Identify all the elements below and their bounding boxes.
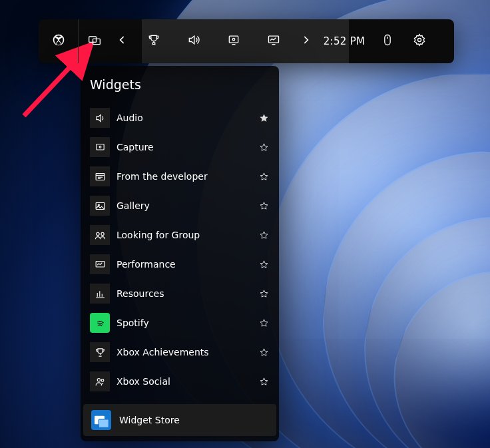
widget-item-lfg[interactable]: Looking for Group xyxy=(90,220,270,250)
svg-point-23 xyxy=(96,232,99,235)
favorite-star-button[interactable] xyxy=(258,170,270,182)
widget-store-icon xyxy=(91,410,111,430)
performance-icon xyxy=(267,33,280,49)
widget-item-label: Xbox Social xyxy=(117,376,251,387)
widget-item-label: Xbox Achievements xyxy=(117,347,251,357)
favorite-star-button[interactable] xyxy=(258,317,270,329)
favorite-star-button[interactable] xyxy=(258,112,270,124)
widget-item-label: From the developer xyxy=(117,171,251,182)
widget-item-spotify[interactable]: Spotify xyxy=(90,308,270,337)
svg-point-32 xyxy=(101,379,104,381)
capture-icon xyxy=(227,33,240,49)
widget-menu-button[interactable] xyxy=(79,19,111,63)
widget-store-label: Widget Store xyxy=(119,415,180,425)
widget-menu-icon xyxy=(88,33,101,49)
svg-point-24 xyxy=(101,232,103,235)
developer-icon xyxy=(90,166,110,186)
resources-icon xyxy=(90,284,110,304)
trophy-icon xyxy=(147,33,160,49)
gamebar: 2:52 PM xyxy=(39,19,454,63)
scroll-right-button[interactable] xyxy=(294,19,317,63)
favorite-star-button[interactable] xyxy=(258,288,270,300)
widget-store-item[interactable]: Widget Store xyxy=(83,404,276,436)
widget-item-label: Performance xyxy=(117,259,251,270)
widget-item-xboxsocial[interactable]: Xbox Social xyxy=(90,367,270,396)
gear-icon xyxy=(413,33,426,49)
svg-point-4 xyxy=(232,39,234,41)
widget-item-developer[interactable]: From the developer xyxy=(90,162,270,191)
audio-icon xyxy=(90,108,110,128)
svg-rect-3 xyxy=(229,36,238,43)
speaker-icon xyxy=(187,33,200,49)
favorite-star-button[interactable] xyxy=(258,141,270,153)
widget-item-capture[interactable]: Capture xyxy=(90,132,270,162)
widget-item-label: Looking for Group xyxy=(117,230,251,240)
performance-button[interactable] xyxy=(254,19,294,63)
audio-button[interactable] xyxy=(174,19,214,63)
widget-item-gallery[interactable]: Gallery xyxy=(90,191,270,220)
clock: 2:52 PM xyxy=(317,19,371,63)
widgets-panel: Widgets AudioCaptureFrom the developerGa… xyxy=(81,66,279,441)
favorite-star-button[interactable] xyxy=(258,375,270,387)
svg-rect-15 xyxy=(96,144,103,150)
favorite-star-button[interactable] xyxy=(258,258,270,270)
xboxsocial-icon xyxy=(90,371,110,391)
achievements-button[interactable] xyxy=(134,19,174,63)
widget-item-audio[interactable]: Audio xyxy=(90,103,270,132)
svg-point-8 xyxy=(418,39,421,42)
capture-button[interactable] xyxy=(214,19,254,63)
svg-rect-6 xyxy=(385,35,390,45)
xbox-icon xyxy=(52,33,65,49)
panel-settings-button[interactable] xyxy=(254,77,270,93)
widget-item-label: Spotify xyxy=(117,318,251,328)
favorite-star-button[interactable] xyxy=(258,200,270,212)
widget-item-label: Capture xyxy=(117,142,251,152)
performance-icon xyxy=(90,254,110,274)
widget-item-xboxachieve[interactable]: Xbox Achievements xyxy=(90,337,270,367)
mouse-icon xyxy=(381,33,394,49)
xboxachieve-icon xyxy=(90,342,110,362)
widget-item-label: Gallery xyxy=(117,200,251,211)
widget-item-performance[interactable]: Performance xyxy=(90,250,270,279)
settings-button[interactable] xyxy=(403,19,435,63)
svg-point-16 xyxy=(99,146,101,148)
favorite-star-button[interactable] xyxy=(258,346,270,358)
svg-point-31 xyxy=(97,378,100,381)
capture-icon xyxy=(90,137,110,157)
mouse-button[interactable] xyxy=(371,19,403,63)
gallery-icon xyxy=(90,196,110,216)
xbox-button[interactable] xyxy=(39,19,79,63)
scroll-left-button[interactable] xyxy=(111,19,134,63)
svg-rect-17 xyxy=(96,173,105,180)
lfg-icon xyxy=(90,225,110,245)
chevron-left-icon xyxy=(116,33,129,49)
widget-item-label: Audio xyxy=(117,112,251,123)
spotify-icon xyxy=(90,313,110,333)
widget-item-resources[interactable]: Resources xyxy=(90,279,270,308)
chevron-right-icon xyxy=(299,33,312,49)
svg-rect-34 xyxy=(99,419,109,428)
favorite-star-button[interactable] xyxy=(258,229,270,241)
panel-title: Widgets xyxy=(90,77,141,92)
widget-item-label: Resources xyxy=(117,288,251,299)
